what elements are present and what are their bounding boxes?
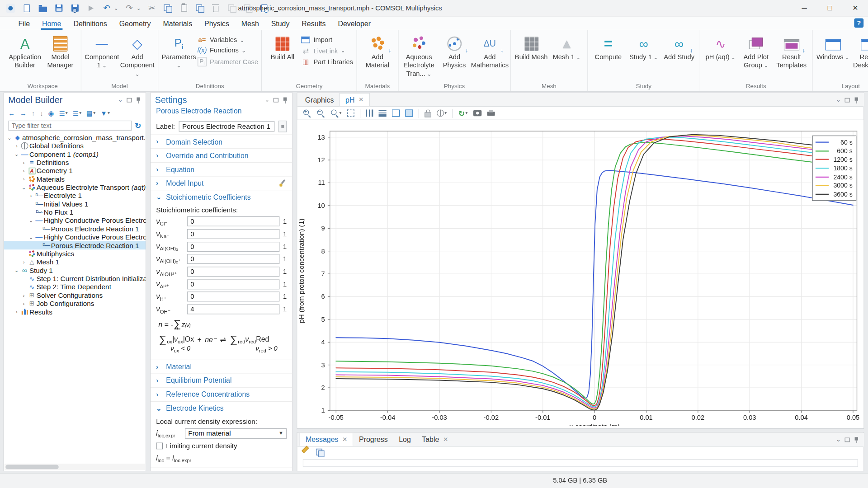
- ribbon-button-windows[interactable]: Windows ⌄: [816, 33, 850, 61]
- ribbon-button-import[interactable]: Import: [301, 36, 353, 44]
- comsol-logo-icon[interactable]: [5, 3, 15, 13]
- messages-tab-log[interactable]: Log: [393, 433, 416, 446]
- scrollbar-thumb[interactable]: [5, 465, 59, 469]
- image-snapshot-icon[interactable]: [473, 110, 481, 116]
- tree-item-aqueous-electrolyte-transport[interactable]: ⌄Aqueous Electrolyte Transport(aqt): [4, 183, 146, 191]
- tree-item-step-2-time-dependent[interactable]: ∿Step 2: Time Dependent: [4, 283, 146, 291]
- ribbon-button-add-physics[interactable]: ↓Add Physics: [437, 33, 472, 70]
- model-tree-node-text-icon[interactable]: ▤▾: [86, 109, 95, 117]
- ribbon-button-study-1[interactable]: ∞Study 1 ⌄: [627, 33, 661, 61]
- tree-item-geometry-1[interactable]: ›AGeometry 1: [4, 167, 146, 175]
- tree-item-global-definitions[interactable]: ›Global Definitions: [4, 141, 146, 150]
- ribbon-button-build-mesh[interactable]: Build Mesh: [514, 33, 548, 61]
- ribbon-button-add-material[interactable]: ↓Add Material: [360, 33, 395, 70]
- ribbon-button-result-templates[interactable]: ↓Result Templates: [774, 33, 809, 70]
- section-equation[interactable]: ›Equation: [151, 162, 292, 176]
- ribbon-button-component-1[interactable]: —Component 1 ⌄: [85, 33, 119, 70]
- menu-mesh[interactable]: Mesh: [235, 17, 265, 30]
- ribbon-button-compute[interactable]: =Compute: [591, 33, 625, 61]
- tree-item-definitions[interactable]: ›≡Definitions: [4, 158, 146, 166]
- current-density-select[interactable]: From material▼: [185, 428, 287, 439]
- close-button[interactable]: ✕: [843, 0, 868, 16]
- messages-tab-table[interactable]: Table✕: [416, 433, 453, 446]
- forward-icon[interactable]: →: [20, 109, 27, 117]
- tree-expand-arrow[interactable]: ›: [20, 292, 27, 298]
- tree-expand-arrow[interactable]: ›: [20, 301, 27, 306]
- maximize-button[interactable]: □: [817, 0, 842, 16]
- lock-axes-icon[interactable]: [425, 109, 431, 117]
- undo-caret-icon[interactable]: ⌄: [114, 5, 118, 11]
- stoich-input-Cl[interactable]: [187, 216, 279, 226]
- go-to-default-view-icon[interactable]: [347, 109, 354, 117]
- section-stoichiometric[interactable]: ⌄Stoichiometric Coefficients: [151, 190, 292, 204]
- collapse-panel-icon[interactable]: ⌄: [264, 96, 269, 103]
- section-domain-selection[interactable]: ›Domain Selection: [151, 135, 292, 149]
- section-model-input[interactable]: ›Model Input: [151, 176, 292, 190]
- ribbon-button-add-mathematics[interactable]: ΔU↓Add Mathematics: [472, 33, 507, 70]
- zoom-out-icon[interactable]: −: [316, 109, 325, 117]
- y-axis-data-icon[interactable]: [366, 109, 373, 117]
- ribbon-button-part-libraries[interactable]: ▥Part Libraries: [301, 57, 353, 66]
- ribbon-button-parameters[interactable]: PiParameters ⌄: [162, 33, 196, 70]
- tree-item-multiphysics[interactable]: Multiphysics: [4, 249, 146, 258]
- tree-item-step-1-current-distribution-initialization[interactable]: ∿Step 1: Current Distribution Initializa…: [4, 274, 146, 282]
- help-button[interactable]: ?: [854, 18, 863, 28]
- ph-plot[interactable]: -0.05-0.04-0.03-0.02-0.0100.010.020.030.…: [297, 120, 864, 428]
- tree-expand-arrow[interactable]: ›: [13, 143, 20, 149]
- expand-tree-icon[interactable]: ☰▾: [59, 109, 67, 117]
- copy-icon[interactable]: [163, 3, 173, 13]
- menu-materials[interactable]: Materials: [157, 17, 198, 30]
- open-file-icon[interactable]: [38, 3, 47, 13]
- copy-icon[interactable]: [316, 449, 324, 456]
- tree-item-mesh-1[interactable]: ›△Mesh 1: [4, 258, 146, 266]
- tree-expand-arrow[interactable]: ›: [13, 309, 20, 314]
- horizontal-scrollbar[interactable]: [5, 464, 145, 470]
- tree-item-materials[interactable]: ›Materials: [4, 175, 146, 183]
- graphics-tab-ph[interactable]: pH✕: [340, 93, 370, 106]
- tree-item-atmospheric-corrosion-mass-transport-mph[interactable]: ⌄◆atmospheric_corrosion_mass_transport.m…: [4, 133, 146, 141]
- ribbon-button-aqueous-electrolyte-tran-[interactable]: Aqueous Electrolyte Tran... ⌄: [402, 33, 436, 78]
- show-icon[interactable]: ◉: [48, 109, 54, 117]
- tree-item-job-configurations[interactable]: ›⊞Job Configurations: [4, 299, 146, 307]
- move-down-icon[interactable]: ↓: [40, 109, 43, 117]
- section-equilibrium-potential[interactable]: ›Equilibrium Potential: [151, 373, 292, 387]
- delete-icon[interactable]: [211, 3, 221, 13]
- menu-geometry[interactable]: Geometry: [113, 17, 157, 30]
- close-tab-icon[interactable]: ✕: [342, 436, 347, 443]
- tree-filter-input[interactable]: [8, 121, 132, 131]
- paste-icon[interactable]: [179, 3, 189, 13]
- tree-collapse-arrow[interactable]: ⌄: [20, 184, 27, 190]
- move-up-icon[interactable]: ↑: [32, 109, 35, 117]
- tree-expand-arrow[interactable]: ›: [20, 176, 27, 182]
- ribbon-button-functions[interactable]: f(x)Functions⌄: [197, 47, 258, 54]
- tree-item-component-1[interactable]: ⌄—Component 1(comp1): [4, 150, 146, 158]
- float-panel-icon[interactable]: [127, 98, 132, 102]
- tree-collapse-arrow[interactable]: ⌄: [6, 135, 13, 140]
- ribbon-button-variables[interactable]: a=Variables⌄: [197, 36, 258, 44]
- stoich-input-AlOH[interactable]: [187, 267, 279, 277]
- tree-collapse-arrow[interactable]: ⌄: [13, 151, 20, 157]
- float-panel-icon[interactable]: [845, 437, 850, 442]
- close-tab-icon[interactable]: ✕: [359, 96, 363, 103]
- plot-update-icon[interactable]: ↻▾: [458, 109, 468, 117]
- stoich-input-Na[interactable]: [187, 229, 279, 239]
- zoom-in-icon[interactable]: +: [303, 109, 311, 117]
- messages-tab-progress[interactable]: Progress: [354, 433, 393, 446]
- ribbon-button-add-study[interactable]: ∞↓Add Study: [662, 33, 696, 61]
- tree-expand-arrow[interactable]: ›: [28, 193, 34, 198]
- stoich-input-H[interactable]: [187, 292, 279, 302]
- ribbon-button-build-all[interactable]: Build All: [265, 33, 300, 61]
- collapse-panel-icon[interactable]: ⌄: [836, 436, 841, 443]
- scene-settings-icon[interactable]: ▾: [437, 109, 447, 117]
- tree-item-results[interactable]: ›Results: [4, 308, 146, 316]
- tree-expand-arrow[interactable]: ›: [20, 168, 27, 174]
- tree-collapse-arrow[interactable]: ⌄: [28, 235, 34, 240]
- zoom-extents-icon[interactable]: ▾: [330, 109, 342, 117]
- tree-item-initial-values-1[interactable]: ᴰ—Initial Values 1: [4, 200, 146, 208]
- tree-expand-arrow[interactable]: ›: [20, 160, 27, 165]
- print-icon[interactable]: [487, 110, 495, 117]
- tree-item-porous-electrode-reaction-1[interactable]: ᴰ—Porous Electrode Reaction 1: [4, 241, 146, 249]
- duplicate-icon[interactable]: [195, 3, 205, 13]
- label-input[interactable]: [179, 121, 275, 131]
- run-icon[interactable]: [86, 3, 96, 13]
